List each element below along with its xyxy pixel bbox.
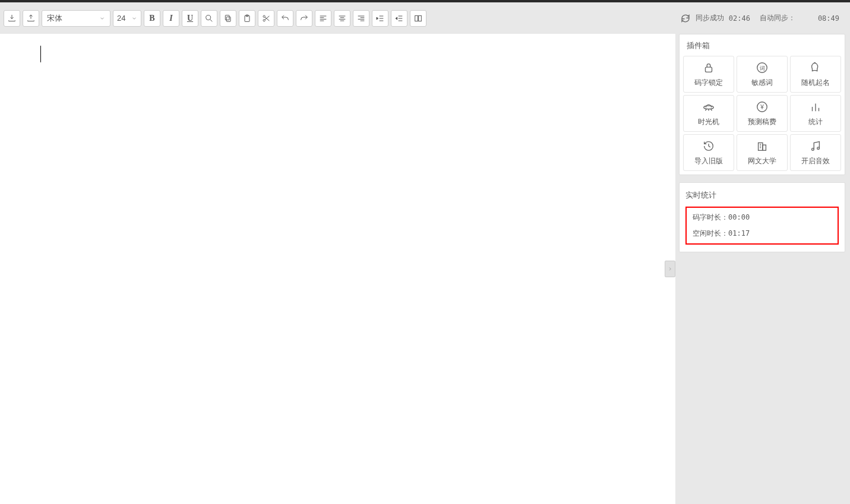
- head-icon: [809, 61, 822, 74]
- yen-icon: ¥: [756, 100, 769, 113]
- text-cursor: [40, 46, 41, 62]
- scissors-icon: [261, 14, 271, 23]
- cut-button[interactable]: [258, 10, 274, 27]
- font-family-select[interactable]: 宋体: [42, 10, 110, 27]
- svg-point-12: [704, 106, 714, 109]
- plugin-import-old[interactable]: 导入旧版: [683, 134, 734, 171]
- indent-decrease-button[interactable]: [391, 10, 407, 27]
- sync-status-time: 02:46: [729, 14, 750, 23]
- undo-button[interactable]: [277, 10, 293, 27]
- main-area: 插件箱 码字锁定 词 敏感词 随机起名 时光机: [0, 34, 850, 504]
- editor-wrap: [0, 34, 679, 504]
- toolbar-left-group: 宋体 24 B I U: [4, 10, 426, 27]
- svg-rect-8: [419, 15, 422, 21]
- next-chapter-button[interactable]: [665, 261, 675, 277]
- indent-decrease-icon: [394, 14, 404, 23]
- history-icon: [702, 140, 715, 153]
- svg-text:词: 词: [760, 65, 765, 71]
- plugin-predict-fee[interactable]: ¥ 预测稿费: [737, 95, 788, 132]
- chevron-down-icon: [99, 15, 105, 21]
- undo-icon: [280, 14, 290, 23]
- plugin-label: 码字锁定: [694, 78, 723, 88]
- svg-point-17: [812, 148, 814, 150]
- stats-panel: 实时统计 码字时长：00:00 空闲时长：01:17: [679, 182, 845, 252]
- plugin-statistics[interactable]: 统计: [790, 95, 841, 132]
- plugin-web-university[interactable]: 网文大学: [737, 134, 788, 171]
- layout-button[interactable]: [410, 10, 426, 27]
- align-right-button[interactable]: [353, 10, 369, 27]
- lock-icon: [702, 61, 715, 74]
- plugin-label: 导入旧版: [694, 156, 723, 166]
- italic-icon: I: [169, 14, 172, 23]
- plugin-sensitive-words[interactable]: 词 敏感词: [737, 56, 788, 93]
- underline-icon: U: [187, 14, 193, 23]
- stat-idle-value: 01:17: [728, 229, 750, 237]
- plugin-label: 敏感词: [751, 78, 773, 88]
- sync-icon[interactable]: [680, 13, 691, 24]
- svg-rect-9: [706, 67, 712, 72]
- export-button[interactable]: [23, 10, 39, 27]
- stat-typing-row: 码字时长：00:00: [693, 213, 832, 223]
- font-size-select[interactable]: 24: [113, 10, 141, 27]
- auto-sync-time: 08:49: [818, 14, 839, 23]
- sync-status-label: 同步成功: [696, 13, 724, 23]
- plugin-grid: 码字锁定 词 敏感词 随机起名 时光机 ¥ 预测稿费: [683, 56, 841, 171]
- search-button[interactable]: [201, 10, 217, 27]
- plugin-label: 统计: [808, 117, 823, 127]
- plugin-lock-typing[interactable]: 码字锁定: [683, 56, 734, 93]
- plugin-panel: 插件箱 码字锁定 词 敏感词 随机起名 时光机: [679, 34, 845, 175]
- svg-rect-16: [763, 145, 766, 150]
- plugin-panel-title: 插件箱: [683, 40, 841, 56]
- indent-increase-button[interactable]: [372, 10, 388, 27]
- paste-icon: [242, 14, 252, 23]
- italic-button[interactable]: I: [163, 10, 179, 27]
- svg-point-18: [817, 147, 820, 149]
- svg-point-5: [263, 19, 265, 21]
- font-size-value: 24: [117, 14, 125, 23]
- plugin-random-name[interactable]: 随机起名: [790, 56, 841, 93]
- sidebar: 插件箱 码字锁定 词 敏感词 随机起名 时光机: [679, 34, 850, 504]
- stat-idle-label: 空闲时长：: [693, 229, 728, 237]
- import-button[interactable]: [4, 10, 20, 27]
- import-icon: [7, 14, 17, 23]
- plugin-label: 时光机: [698, 117, 719, 127]
- text-editor[interactable]: [0, 34, 675, 504]
- align-center-button[interactable]: [334, 10, 350, 27]
- editor-toolbar: 宋体 24 B I U: [0, 2, 850, 34]
- plugin-time-machine[interactable]: 时光机: [683, 95, 734, 132]
- plugin-label: 预测稿费: [748, 117, 776, 127]
- stats-highlight-box: 码字时长：00:00 空闲时长：01:17: [685, 207, 839, 245]
- word-icon: 词: [756, 61, 769, 74]
- bold-icon: B: [149, 14, 154, 23]
- ufo-icon: [702, 100, 715, 113]
- align-left-button[interactable]: [315, 10, 331, 27]
- underline-button[interactable]: U: [182, 10, 198, 27]
- indent-increase-icon: [375, 14, 385, 23]
- bold-button[interactable]: B: [144, 10, 160, 27]
- building-icon: [756, 140, 769, 153]
- plugin-label: 开启音效: [801, 156, 830, 166]
- svg-text:¥: ¥: [760, 103, 764, 110]
- align-center-icon: [337, 14, 347, 23]
- layout-icon: [413, 14, 423, 23]
- svg-rect-1: [226, 17, 230, 21]
- svg-point-0: [206, 15, 211, 20]
- export-icon: [26, 14, 36, 23]
- copy-button[interactable]: [220, 10, 236, 27]
- bar-chart-icon: [809, 100, 822, 113]
- auto-sync-label: 自动同步：: [760, 13, 795, 23]
- font-family-value: 宋体: [47, 13, 62, 24]
- svg-rect-15: [759, 142, 763, 150]
- plugin-sound[interactable]: 开启音效: [790, 134, 841, 171]
- stat-typing-label: 码字时长：: [693, 213, 728, 221]
- redo-button[interactable]: [296, 10, 312, 27]
- search-icon: [204, 14, 214, 23]
- chevron-down-icon: [131, 15, 137, 21]
- align-left-icon: [318, 14, 328, 23]
- stat-idle-row: 空闲时长：01:17: [693, 229, 832, 239]
- svg-rect-2: [225, 15, 229, 20]
- chevron-right-icon: [668, 265, 672, 272]
- plugin-label: 网文大学: [748, 156, 776, 166]
- paste-button[interactable]: [239, 10, 255, 27]
- stat-typing-value: 00:00: [728, 213, 750, 221]
